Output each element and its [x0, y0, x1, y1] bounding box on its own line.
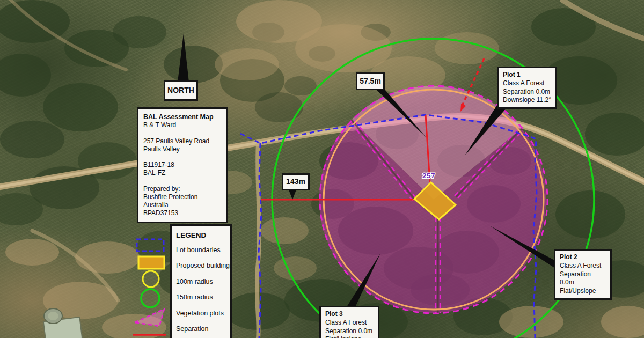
- plot1-line: Separation 0.0m: [503, 88, 551, 97]
- measurement-143m-box: 143m: [282, 173, 310, 190]
- legend-item-150m-radius: 150m radius: [176, 293, 228, 302]
- plot3-line: Flat/Upslope: [325, 335, 374, 338]
- lot-number-label: 257: [422, 172, 435, 180]
- info-box-line: Paulls Valley: [143, 145, 222, 153]
- measurement-143m-label: 143m: [286, 178, 305, 186]
- plot1-title: Plot 1: [503, 71, 551, 79]
- info-box-line: 257 Paulls Valley Road: [143, 137, 222, 145]
- info-box-line: [143, 177, 222, 185]
- legend-title: LEGEND: [176, 231, 228, 240]
- legend-symbols: [133, 239, 166, 335]
- north-label: NORTH: [167, 86, 194, 95]
- info-box-line: B & T Ward: [143, 121, 222, 129]
- plot3-title: Plot 3: [325, 310, 374, 319]
- north-arrow: [178, 33, 189, 82]
- plot3-callout: Plot 3 Class A Forest Separation 0.0m Fl…: [319, 306, 379, 338]
- legend-vegetation-plots-symbol: [135, 309, 164, 326]
- legend-item-vegetation-plots: Vegetation plots: [176, 310, 228, 318]
- plot3-line: Separation 0.0m: [325, 327, 374, 336]
- plot1-callout: Plot 1 Class A Forest Separation 0.0m Do…: [497, 67, 557, 109]
- legend-item-100m-radius: 100m radius: [176, 278, 228, 286]
- legend-item-separation: Separation: [176, 325, 228, 334]
- plot2-line: Class A Forest: [560, 262, 606, 270]
- legend-item-proposed-building: Proposed building: [176, 262, 228, 270]
- lot-boundary-west: [259, 143, 261, 338]
- north-label-box: NORTH: [164, 80, 198, 101]
- assessment-overlay-layer: 257: [0, 0, 644, 338]
- legend-100m-radius-symbol: [143, 271, 159, 287]
- legend-proposed-building-symbol: [138, 256, 164, 269]
- info-box: BAL Assessment Map B & T Ward 257 Paulls…: [137, 107, 228, 223]
- info-box-line: BAL-FZ: [143, 169, 222, 177]
- plot1-line: Class A Forest: [503, 79, 551, 88]
- info-box-line: Prepared by:: [143, 185, 222, 193]
- info-box-title: BAL Assessment Map: [143, 113, 222, 121]
- plot3-line: Class A Forest: [325, 319, 374, 327]
- legend-box: LEGEND Lot boundaries Proposed building …: [170, 224, 232, 338]
- legend-item-lot-boundaries: Lot boundaries: [176, 246, 228, 255]
- info-box-line: B11917-18: [143, 161, 222, 169]
- info-box-line: [143, 129, 222, 137]
- plot2-title: Plot 2: [560, 253, 606, 262]
- info-box-line: Bushfire Protection Australia: [143, 193, 222, 209]
- plot2-callout: Plot 2 Class A Forest Separation 0.0m Fl…: [554, 249, 612, 300]
- info-box-line: [143, 153, 222, 161]
- plot2-line: Separation 0.0m: [560, 270, 606, 288]
- legend-150m-radius-symbol: [141, 289, 159, 307]
- plot1-line: Downslope 11.2°: [503, 96, 551, 105]
- plot2-line: Flat/Upslope: [560, 287, 606, 296]
- bal-assessment-map: 257 NORTH BAL Assessment Map B & T Ward …: [0, 0, 644, 338]
- measurement-57m-label: 57.5m: [360, 77, 381, 86]
- leader-143m: [289, 190, 296, 200]
- legend-lot-boundaries-symbol: [137, 239, 164, 251]
- info-box-line: BPAD37153: [143, 209, 222, 217]
- measurement-57m-box: 57.5m: [356, 72, 385, 90]
